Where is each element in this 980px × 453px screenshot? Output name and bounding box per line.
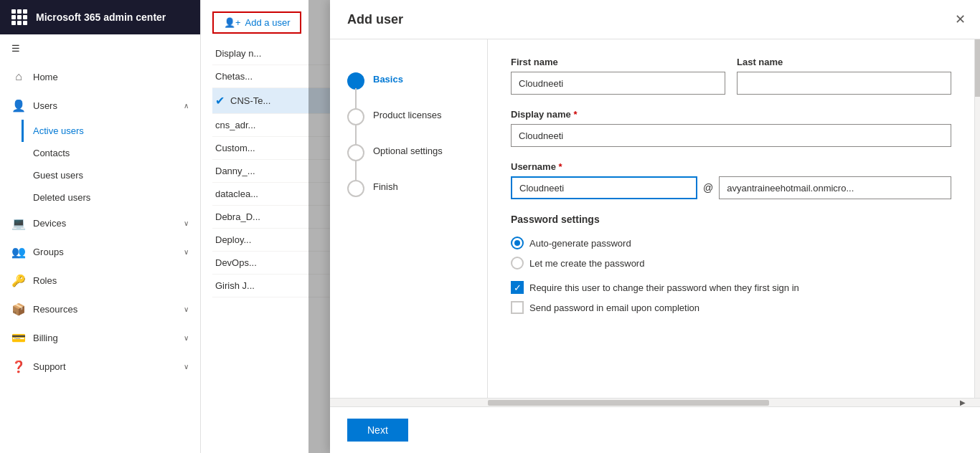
- step-optional-circle: [347, 144, 364, 161]
- add-user-icon: 👤+: [224, 17, 241, 28]
- auto-generate-radio-circle: [511, 237, 524, 249]
- user-name: DevOps...: [215, 257, 257, 268]
- auto-generate-label: Auto-generate password: [529, 238, 631, 249]
- user-name: Debra_D...: [215, 211, 260, 222]
- username-group: Username * @: [511, 161, 951, 199]
- billing-icon: 💳: [11, 330, 26, 345]
- last-name-input[interactable]: [737, 72, 951, 95]
- user-name: Girish J...: [215, 280, 255, 291]
- users-icon: 👤: [11, 98, 26, 113]
- step-licenses-label[interactable]: Product licenses: [373, 107, 441, 120]
- support-icon: ❓: [11, 359, 26, 373]
- first-name-label: First name: [511, 57, 725, 67]
- first-name-input[interactable]: [511, 72, 725, 95]
- user-name: Deploy...: [215, 234, 251, 245]
- auto-generate-radio[interactable]: Auto-generate password: [511, 237, 951, 249]
- last-name-group: Last name: [737, 57, 951, 95]
- billing-chevron-icon: ∨: [184, 334, 189, 342]
- step-basics-label[interactable]: Basics: [373, 71, 403, 85]
- wizard-steps: Basics Product licenses Optional setting…: [330, 39, 488, 398]
- groups-chevron-icon: ∨: [184, 248, 189, 256]
- groups-icon: 👥: [11, 244, 26, 259]
- roles-icon: 🔑: [11, 273, 26, 287]
- user-name: cns_adr...: [215, 120, 255, 130]
- display-name-input[interactable]: [511, 124, 951, 147]
- sidebar-item-resources[interactable]: 📦 Resources ∨: [0, 295, 200, 323]
- panel-header: Add user ✕: [330, 0, 980, 39]
- panel-title: Add user: [347, 12, 403, 27]
- step-product-licenses: Product licenses: [347, 98, 470, 134]
- sidebar-item-groups[interactable]: 👥 Groups ∨: [0, 237, 200, 266]
- next-button[interactable]: Next: [347, 419, 408, 442]
- sidebar-toggle[interactable]: ☰: [0, 34, 200, 62]
- require-change-checkbox[interactable]: ✓ Require this user to change their pass…: [511, 281, 951, 294]
- step-optional-label[interactable]: Optional settings: [373, 143, 443, 156]
- scroll-right-arrow[interactable]: ▶: [960, 399, 966, 406]
- vertical-scrollbar[interactable]: [974, 39, 980, 398]
- username-input[interactable]: [511, 176, 697, 199]
- sidebar-item-deleted-users[interactable]: Deleted users: [33, 186, 200, 209]
- step-basics: Basics: [347, 62, 470, 98]
- home-icon: ⌂: [11, 70, 26, 84]
- user-name: Display n...: [215, 48, 261, 59]
- send-password-box: [511, 301, 524, 314]
- resources-chevron-icon: ∨: [184, 305, 189, 313]
- sidebar-item-active-users[interactable]: Active users: [22, 120, 200, 142]
- add-user-panel: Add user ✕ Basics Product licenses Optio…: [330, 0, 980, 453]
- add-user-label: Add a user: [245, 17, 291, 28]
- step-basics-circle: [347, 72, 364, 90]
- panel-body: Basics Product licenses Optional setting…: [330, 39, 980, 398]
- step-finish-label[interactable]: Finish: [373, 178, 398, 192]
- resources-label: Resources: [33, 304, 176, 315]
- devices-icon: 💻: [11, 216, 26, 230]
- support-chevron-icon: ∨: [184, 363, 189, 371]
- username-label: Username *: [511, 161, 951, 172]
- checkbox-group: ✓ Require this user to change their pass…: [511, 281, 951, 314]
- sidebar-item-users[interactable]: 👤 Users ∧: [0, 91, 200, 120]
- step-finish: Finish: [347, 170, 470, 206]
- groups-label: Groups: [33, 247, 176, 257]
- sidebar: Microsoft 365 admin center ☰ ⌂ Home 👤 Us…: [0, 0, 201, 453]
- sidebar-header: Microsoft 365 admin center: [0, 0, 200, 34]
- step-optional-settings: Optional settings: [347, 134, 470, 170]
- name-row: First name Last name: [511, 57, 951, 95]
- billing-label: Billing: [33, 333, 176, 343]
- scrollbar-thumb: [975, 39, 980, 97]
- user-name: Danny_...: [215, 166, 255, 176]
- devices-label: Devices: [33, 218, 176, 229]
- display-name-label: Display name *: [511, 109, 951, 120]
- users-label: Users: [33, 100, 176, 111]
- panel-footer: Next: [330, 406, 980, 453]
- send-password-checkbox[interactable]: Send password in email upon completion: [511, 301, 951, 314]
- let-me-create-radio-circle: [511, 257, 524, 270]
- user-name: Custom...: [215, 143, 255, 153]
- home-label: Home: [33, 72, 189, 82]
- panel-overlay: Add user ✕ Basics Product licenses Optio…: [308, 0, 980, 453]
- close-button[interactable]: ✕: [955, 11, 966, 27]
- sidebar-item-support[interactable]: ❓ Support ∨: [0, 352, 200, 381]
- require-change-label: Require this user to change their passwo…: [529, 282, 799, 293]
- add-user-button[interactable]: 👤+ Add a user: [212, 11, 301, 34]
- resources-icon: 📦: [11, 302, 26, 316]
- support-label: Support: [33, 361, 176, 372]
- require-change-box: ✓: [511, 281, 524, 294]
- let-me-create-radio[interactable]: Let me create the password: [511, 257, 951, 270]
- app-title: Microsoft 365 admin center: [36, 11, 166, 23]
- username-domain-input[interactable]: [719, 176, 951, 199]
- password-radio-group: Auto-generate password Let me create the…: [511, 237, 951, 270]
- username-row: @: [511, 176, 951, 199]
- roles-label: Roles: [33, 275, 189, 286]
- sidebar-item-home[interactable]: ⌂ Home: [0, 62, 200, 91]
- sidebar-item-guest-users[interactable]: Guest users: [33, 164, 200, 186]
- at-symbol: @: [700, 182, 716, 194]
- sidebar-item-devices[interactable]: 💻 Devices ∨: [0, 209, 200, 237]
- form-area: First name Last name Display name *: [488, 39, 974, 398]
- user-name: CNS-Te...: [230, 95, 270, 106]
- sidebar-item-roles[interactable]: 🔑 Roles: [0, 266, 200, 295]
- horizontal-scrollbar[interactable]: ▶: [330, 398, 980, 406]
- app-grid-icon: [11, 9, 27, 25]
- sidebar-item-billing[interactable]: 💳 Billing ∨: [0, 323, 200, 352]
- step-licenses-circle: [347, 108, 364, 125]
- password-settings-label: Password settings: [511, 214, 951, 225]
- sidebar-item-contacts[interactable]: Contacts: [33, 142, 200, 164]
